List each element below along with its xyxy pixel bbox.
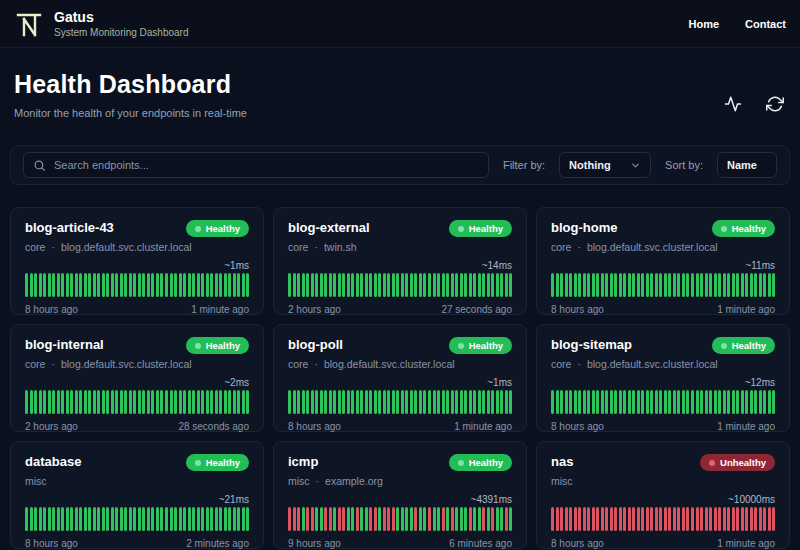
status-bar[interactable] bbox=[124, 273, 127, 297]
status-bar[interactable] bbox=[120, 507, 123, 531]
status-bar[interactable] bbox=[628, 390, 631, 414]
status-bar[interactable] bbox=[48, 273, 51, 297]
status-bar[interactable] bbox=[691, 390, 694, 414]
status-bar[interactable] bbox=[333, 390, 336, 414]
status-bar[interactable] bbox=[632, 390, 635, 414]
status-bar[interactable] bbox=[605, 273, 608, 297]
status-bar[interactable] bbox=[637, 390, 640, 414]
status-bar[interactable] bbox=[578, 273, 581, 297]
status-bar[interactable] bbox=[138, 507, 141, 531]
status-bar[interactable] bbox=[192, 390, 195, 414]
status-bar[interactable] bbox=[587, 390, 590, 414]
refresh-icon[interactable] bbox=[764, 93, 786, 115]
status-bar[interactable] bbox=[682, 507, 685, 531]
status-bar[interactable] bbox=[696, 507, 699, 531]
status-bar[interactable] bbox=[365, 507, 368, 531]
status-bar[interactable] bbox=[745, 390, 748, 414]
status-bar[interactable] bbox=[324, 390, 327, 414]
status-bar[interactable] bbox=[405, 273, 408, 297]
status-bar[interactable] bbox=[673, 390, 676, 414]
status-bar[interactable] bbox=[242, 273, 245, 297]
status-bar[interactable] bbox=[464, 507, 467, 531]
status-bar[interactable] bbox=[732, 507, 735, 531]
endpoint-card[interactable]: blog-poll Healthy core · blog.default.sv… bbox=[273, 324, 527, 432]
status-bar[interactable] bbox=[233, 273, 236, 297]
status-bar[interactable] bbox=[84, 273, 87, 297]
status-bar[interactable] bbox=[754, 507, 757, 531]
status-bar[interactable] bbox=[677, 507, 680, 531]
status-bar[interactable] bbox=[727, 273, 730, 297]
status-bar[interactable] bbox=[401, 507, 404, 531]
status-bar[interactable] bbox=[297, 507, 300, 531]
status-bar[interactable] bbox=[646, 273, 649, 297]
status-bar[interactable] bbox=[732, 273, 735, 297]
status-bar[interactable] bbox=[160, 390, 163, 414]
status-bar[interactable] bbox=[623, 390, 626, 414]
status-bar[interactable] bbox=[772, 273, 775, 297]
status-bar[interactable] bbox=[610, 507, 613, 531]
status-bar[interactable] bbox=[464, 390, 467, 414]
status-bar[interactable] bbox=[61, 390, 64, 414]
status-bar[interactable] bbox=[714, 273, 717, 297]
status-bar[interactable] bbox=[342, 507, 345, 531]
status-bar[interactable] bbox=[650, 507, 653, 531]
status-bar[interactable] bbox=[342, 273, 345, 297]
status-bar[interactable] bbox=[768, 507, 771, 531]
status-bar[interactable] bbox=[34, 273, 37, 297]
status-bar[interactable] bbox=[437, 390, 440, 414]
status-bar[interactable] bbox=[455, 390, 458, 414]
search-input[interactable] bbox=[54, 159, 479, 171]
status-bar[interactable] bbox=[650, 390, 653, 414]
status-bar[interactable] bbox=[179, 507, 182, 531]
status-bar[interactable] bbox=[224, 507, 227, 531]
status-bar[interactable] bbox=[39, 390, 42, 414]
status-bar[interactable] bbox=[351, 507, 354, 531]
status-bar[interactable] bbox=[392, 507, 395, 531]
status-bar[interactable] bbox=[614, 507, 617, 531]
status-bar[interactable] bbox=[723, 507, 726, 531]
status-bar[interactable] bbox=[315, 507, 318, 531]
status-bar[interactable] bbox=[66, 507, 69, 531]
status-bar[interactable] bbox=[111, 507, 114, 531]
status-bar[interactable] bbox=[718, 390, 721, 414]
status-bar[interactable] bbox=[772, 507, 775, 531]
status-bar[interactable] bbox=[619, 507, 622, 531]
status-bar[interactable] bbox=[215, 390, 218, 414]
status-bar[interactable] bbox=[392, 390, 395, 414]
status-bar[interactable] bbox=[419, 507, 422, 531]
status-bar[interactable] bbox=[614, 273, 617, 297]
status-bar[interactable] bbox=[700, 390, 703, 414]
status-bar[interactable] bbox=[442, 507, 445, 531]
status-bar[interactable] bbox=[565, 507, 568, 531]
status-bar[interactable] bbox=[641, 390, 644, 414]
status-bar[interactable] bbox=[419, 273, 422, 297]
status-bar[interactable] bbox=[664, 390, 667, 414]
status-bar[interactable] bbox=[565, 273, 568, 297]
status-bar[interactable] bbox=[623, 273, 626, 297]
status-bar[interactable] bbox=[97, 390, 100, 414]
status-bar[interactable] bbox=[560, 390, 563, 414]
status-bar[interactable] bbox=[197, 273, 200, 297]
status-bar[interactable] bbox=[297, 390, 300, 414]
search-box[interactable] bbox=[23, 152, 489, 178]
status-bar[interactable] bbox=[378, 507, 381, 531]
status-bar[interactable] bbox=[423, 273, 426, 297]
status-bar[interactable] bbox=[311, 390, 314, 414]
status-bar[interactable] bbox=[605, 507, 608, 531]
status-bar[interactable] bbox=[505, 273, 508, 297]
status-bar[interactable] bbox=[709, 507, 712, 531]
status-bar[interactable] bbox=[66, 390, 69, 414]
status-bar[interactable] bbox=[509, 507, 512, 531]
status-bar[interactable] bbox=[288, 507, 291, 531]
status-bar[interactable] bbox=[237, 273, 240, 297]
status-bar[interactable] bbox=[700, 273, 703, 297]
status-bar[interactable] bbox=[442, 390, 445, 414]
status-bar[interactable] bbox=[428, 273, 431, 297]
status-bar[interactable] bbox=[491, 273, 494, 297]
status-bar[interactable] bbox=[414, 273, 417, 297]
status-bar[interactable] bbox=[311, 507, 314, 531]
status-bar[interactable] bbox=[133, 390, 136, 414]
status-bar[interactable] bbox=[174, 390, 177, 414]
status-bar[interactable] bbox=[592, 390, 595, 414]
status-bar[interactable] bbox=[560, 507, 563, 531]
